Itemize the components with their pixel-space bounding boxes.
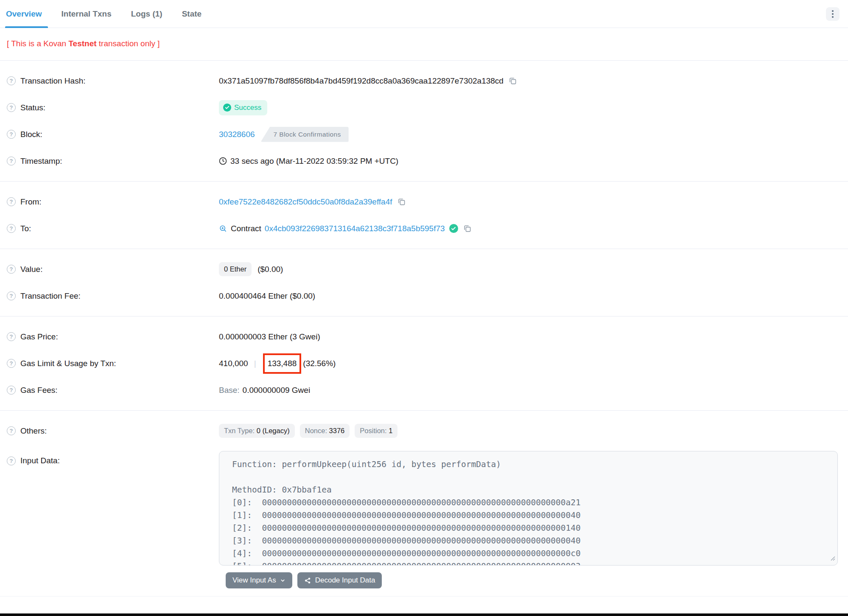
row-others: ? Others: Txn Type: 0 (Legacy) Nonce: 33… <box>7 417 841 444</box>
value-usd: ($0.00) <box>257 265 283 274</box>
to-contract-prefix: Contract <box>231 224 261 233</box>
row-block: ? Block: 30328606 7 Block Confirmations <box>7 121 841 148</box>
copy-icon[interactable] <box>463 224 471 232</box>
tab-bar: Overview Internal Txns Logs (1) State <box>0 0 848 28</box>
row-input-data: ? Input Data: Function: performUpkeep(ui… <box>7 448 841 566</box>
txn-type-badge: Txn Type: 0 (Legacy) <box>219 424 295 438</box>
help-icon[interactable]: ? <box>7 197 16 206</box>
row-value: ? Value: 0 Ether ($0.00) <box>7 256 841 283</box>
section-others-input: ? Others: Txn Type: 0 (Legacy) Nonce: 33… <box>0 411 848 603</box>
kebab-dot <box>832 10 834 12</box>
timestamp-label: Timestamp: <box>20 157 62 166</box>
help-icon[interactable]: ? <box>7 265 16 274</box>
timestamp-value: 33 secs ago (Mar-11-2022 03:59:32 PM +UT… <box>230 157 398 166</box>
row-status: ? Status: Success <box>7 94 841 121</box>
zoom-in-icon[interactable] <box>219 224 227 232</box>
gas-fees-label: Gas Fees: <box>20 386 58 395</box>
copy-icon[interactable] <box>397 198 406 206</box>
testnet-notice: [ This is a Kovan Testnet transaction on… <box>0 28 848 61</box>
help-icon[interactable]: ? <box>7 426 16 435</box>
clock-icon <box>219 157 227 165</box>
gas-limit-separator: | <box>254 359 256 368</box>
from-address-link[interactable]: 0xfee7522e8482682cf50ddc50a0f8da2a39effa… <box>219 197 392 207</box>
row-timestamp: ? Timestamp: 33 secs ago (Mar-11-2022 03… <box>7 148 841 174</box>
input-data-actions: View Input As Decode Input Data <box>226 572 841 588</box>
notice-close: transaction only ] <box>97 39 160 48</box>
help-icon[interactable]: ? <box>7 359 16 368</box>
verified-check-icon <box>449 224 458 233</box>
value-label: Value: <box>20 265 42 274</box>
notice-bold: Testnet <box>68 39 96 48</box>
gas-fees-base-label: Base: <box>219 386 240 395</box>
gas-price-value: 0.000000003 Ether (3 Gwei) <box>219 332 320 342</box>
decode-icon <box>304 577 311 584</box>
to-label: To: <box>20 224 31 233</box>
status-label: Status: <box>20 103 45 112</box>
block-number-link[interactable]: 30328606 <box>219 130 255 139</box>
check-circle-icon <box>223 104 231 112</box>
transaction-detail-page: Overview Internal Txns Logs (1) State [ … <box>0 0 848 616</box>
transaction-fee-value: 0.000400464 Ether ($0.00) <box>219 291 315 301</box>
section-gas: ? Gas Price: 0.000000003 Ether (3 Gwei) … <box>0 316 848 411</box>
kebab-dot <box>832 16 834 18</box>
notice-open: [ This is a Kovan <box>7 39 68 48</box>
row-from: ? From: 0xfee7522e8482682cf50ddc50a0f8da… <box>7 188 841 215</box>
section-value-fee: ? Value: 0 Ether ($0.00) ? Transaction F… <box>0 249 848 316</box>
position-badge: Position: 1 <box>355 424 397 438</box>
tab-overview[interactable]: Overview <box>6 0 47 28</box>
row-transaction-hash: ? Transaction Hash: 0x371a51097fb78df856… <box>7 67 841 94</box>
copy-icon[interactable] <box>509 77 517 85</box>
gas-limit-value: 410,000 <box>219 359 248 368</box>
row-gas-price: ? Gas Price: 0.000000003 Ether (3 Gwei) <box>7 323 841 350</box>
view-input-as-button[interactable]: View Input As <box>226 572 292 588</box>
more-options-button[interactable] <box>826 7 840 21</box>
input-data-content: Function: performUpkeep(uint256 id, byte… <box>219 451 837 566</box>
block-confirmations-badge: 7 Block Confirmations <box>261 127 349 142</box>
help-icon[interactable]: ? <box>7 224 16 233</box>
help-icon[interactable]: ? <box>7 456 16 465</box>
gas-fees-base-value: 0.000000009 Gwei <box>243 386 311 395</box>
row-transaction-fee: ? Transaction Fee: 0.000400464 Ether ($0… <box>7 283 841 309</box>
bottom-edge-bar <box>0 613 848 616</box>
kebab-dot <box>832 13 834 15</box>
others-label: Others: <box>20 426 47 436</box>
row-gas-limit-usage: ? Gas Limit & Usage by Txn: 410,000 | 13… <box>7 350 841 377</box>
block-label: Block: <box>20 130 42 139</box>
status-badge: Success <box>219 100 267 115</box>
transaction-hash-label: Transaction Hash: <box>20 76 85 86</box>
help-icon[interactable]: ? <box>7 386 16 395</box>
help-icon[interactable]: ? <box>7 332 16 341</box>
tab-internal-txns[interactable]: Internal Txns <box>56 0 117 28</box>
transaction-fee-label: Transaction Fee: <box>20 291 81 301</box>
tab-logs[interactable]: Logs (1) <box>126 0 168 28</box>
help-icon[interactable]: ? <box>7 103 16 112</box>
input-data-textarea[interactable]: Function: performUpkeep(uint256 id, byte… <box>219 451 838 566</box>
row-to: ? To: Contract 0x4cb093f226983713164a621… <box>7 215 841 242</box>
gas-used-highlight-box: 133,488 <box>263 353 302 374</box>
chevron-down-icon <box>280 578 285 583</box>
nonce-badge: Nonce: 3376 <box>300 424 350 438</box>
to-address-link[interactable]: 0x4cb093f226983713164a62138c3f718a5b595f… <box>265 224 445 233</box>
gas-limit-label: Gas Limit & Usage by Txn: <box>20 359 116 368</box>
help-icon[interactable]: ? <box>7 157 16 165</box>
from-label: From: <box>20 197 42 207</box>
help-icon[interactable]: ? <box>7 130 16 139</box>
help-icon[interactable]: ? <box>7 76 16 85</box>
row-gas-fees: ? Gas Fees: Base: 0.000000009 Gwei <box>7 377 841 403</box>
help-icon[interactable]: ? <box>7 291 16 300</box>
value-ether-badge: 0 Ether <box>219 262 252 276</box>
section-from-to: ? From: 0xfee7522e8482682cf50ddc50a0f8da… <box>0 182 848 249</box>
tab-state[interactable]: State <box>177 0 207 28</box>
gas-price-label: Gas Price: <box>20 332 58 342</box>
decode-input-data-button[interactable]: Decode Input Data <box>297 572 382 588</box>
footer-divider <box>0 596 848 596</box>
section-hash-status-block-time: ? Transaction Hash: 0x371a51097fb78df856… <box>0 61 848 182</box>
gas-used-percent: (32.56%) <box>303 359 336 368</box>
transaction-hash-value: 0x371a51097fb78df856f8b4a7bd459f192d8cc8… <box>219 76 504 86</box>
input-data-label: Input Data: <box>20 456 60 465</box>
gas-used-value: 133,488 <box>268 359 297 368</box>
resize-handle-icon[interactable] <box>829 554 835 563</box>
